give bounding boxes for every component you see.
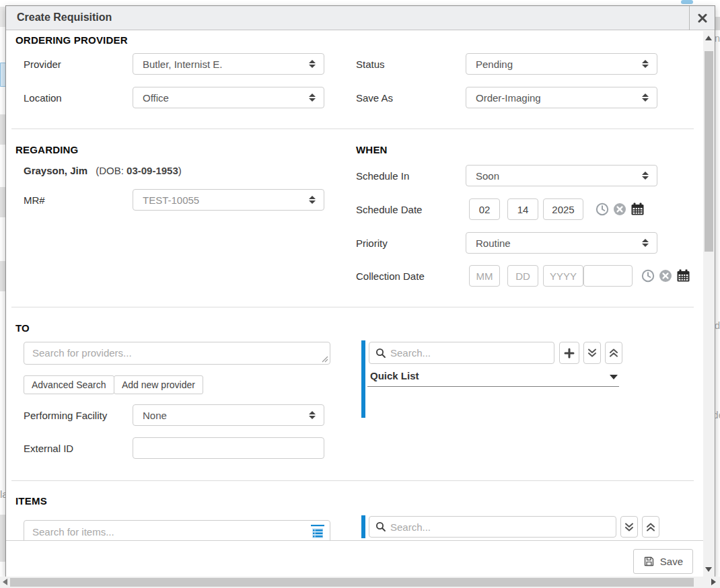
background-fragment: [0, 114, 5, 145]
collection-date-clear-icon[interactable]: [659, 269, 672, 283]
items-collapse-all-button[interactable]: [642, 516, 659, 538]
dob-value: 03-09-1953: [127, 165, 178, 176]
vertical-scrollbar-thumb[interactable]: [705, 51, 713, 252]
select-arrows-icon: [309, 94, 316, 102]
select-arrows-icon: [642, 172, 649, 180]
caret-down-icon: [610, 375, 618, 379]
provider-search-box: [24, 342, 330, 365]
schedule-date-clock-icon[interactable]: [596, 203, 609, 216]
status-label: Status: [356, 59, 385, 70]
modal-body: ORDERING PROVIDER Provider Butler, Inter…: [6, 31, 703, 540]
modal-header: Create Requisition: [6, 6, 715, 30]
select-arrows-icon: [642, 60, 649, 68]
vertical-scrollbar[interactable]: [703, 31, 715, 577]
double-chevron-down-icon: [587, 348, 597, 358]
collection-time-input[interactable]: [583, 265, 633, 287]
quick-list-label: Quick List: [370, 370, 419, 381]
horizontal-scrollbar[interactable]: [0, 577, 720, 588]
add-to-quick-list-button[interactable]: [559, 342, 579, 364]
create-requisition-modal: Create Requisition ORDERING PROVIDER Pro…: [5, 5, 715, 577]
double-chevron-up-icon: [609, 348, 618, 358]
collection-date-year-input[interactable]: [543, 265, 583, 287]
resize-handle-icon[interactable]: [322, 356, 328, 363]
modal-title: Create Requisition: [17, 11, 112, 24]
schedule-in-label: Schedule In: [356, 170, 409, 182]
collection-date-clock-icon[interactable]: [641, 269, 655, 283]
ordering-provider-heading: ORDERING PROVIDER: [15, 34, 128, 46]
collapse-all-button[interactable]: [605, 342, 622, 364]
collection-date-day-input[interactable]: [507, 265, 538, 287]
save-as-select[interactable]: Order-Imaging: [466, 87, 657, 108]
scroll-right-arrow-icon[interactable]: [711, 579, 716, 585]
schedule-date-year-input[interactable]: [543, 198, 583, 220]
to-panel-search-box: [369, 342, 554, 364]
advanced-search-button[interactable]: Advanced Search: [24, 375, 114, 394]
items-search-box: [24, 520, 330, 540]
performing-facility-select-value: None: [143, 410, 167, 421]
add-new-provider-button[interactable]: Add new provider: [114, 375, 203, 394]
collection-date-calendar-icon[interactable]: [676, 268, 690, 282]
search-icon: [375, 521, 386, 532]
background-fragment: [0, 7, 5, 27]
items-panel-search-box: [369, 516, 616, 538]
regarding-heading: REGARDING: [15, 144, 78, 155]
location-label: Location: [24, 92, 62, 104]
select-arrows-icon: [309, 60, 316, 68]
priority-select[interactable]: Routine: [466, 232, 657, 254]
select-arrows-icon: [642, 239, 649, 247]
items-expand-all-button[interactable]: [620, 516, 638, 538]
panel-accent-bar: [361, 515, 365, 538]
items-panel-search-input[interactable]: [390, 521, 616, 533]
close-icon: [698, 13, 707, 23]
search-icon: [375, 348, 386, 359]
section-divider: [11, 480, 694, 481]
status-select-value: Pending: [476, 59, 513, 70]
scroll-left-arrow-icon[interactable]: [3, 579, 7, 585]
schedule-in-select-value: Soon: [476, 170, 499, 182]
schedule-date-calendar-icon[interactable]: [631, 202, 644, 215]
schedule-in-select[interactable]: Soon: [466, 165, 657, 186]
mr-label: MR#: [24, 194, 45, 206]
section-divider: [11, 307, 694, 307]
mr-select[interactable]: TEST-10055: [133, 189, 324, 211]
background-fragment: [0, 515, 5, 562]
to-heading: TO: [15, 322, 30, 334]
item-list-icon[interactable]: [310, 524, 326, 539]
location-select[interactable]: Office: [133, 87, 324, 108]
performing-facility-select[interactable]: None: [133, 404, 324, 426]
provider-search-textarea[interactable]: [24, 342, 330, 364]
modal-footer: Save: [6, 540, 703, 577]
performing-facility-label: Performing Facility: [24, 410, 107, 421]
external-id-input[interactable]: [133, 437, 324, 459]
schedule-date-day-input[interactable]: [507, 198, 538, 220]
section-divider: [11, 128, 694, 129]
provider-label: Provider: [24, 59, 61, 70]
expand-all-button[interactable]: [583, 342, 601, 364]
double-chevron-up-icon: [646, 522, 655, 532]
priority-select-value: Routine: [476, 237, 511, 249]
plus-icon: [564, 348, 575, 359]
double-chevron-down-icon: [624, 522, 634, 532]
dob-prefix: (DOB:: [96, 165, 127, 176]
provider-select[interactable]: Butler, Internist E.: [133, 53, 324, 75]
quick-list-dropdown[interactable]: Quick List: [367, 370, 619, 386]
schedule-date-clear-icon[interactable]: [613, 203, 626, 216]
schedule-date-label: Schedule Date: [356, 204, 422, 215]
scroll-down-arrow-icon[interactable]: [705, 567, 712, 572]
status-select[interactable]: Pending: [466, 53, 657, 75]
close-button[interactable]: [689, 6, 715, 30]
background-fragment: [715, 17, 720, 30]
provider-select-value: Butler, Internist E.: [143, 59, 222, 70]
schedule-date-month-input[interactable]: [469, 198, 500, 220]
save-button[interactable]: Save: [633, 549, 693, 574]
scroll-up-arrow-icon[interactable]: [705, 36, 712, 40]
to-panel-search-input[interactable]: [390, 347, 554, 359]
collection-date-month-input[interactable]: [469, 265, 500, 287]
mr-select-value: TEST-10055: [143, 194, 199, 206]
when-heading: WHEN: [356, 144, 388, 155]
background-fragment: [0, 261, 5, 291]
dob-suffix: ): [178, 165, 182, 176]
horizontal-scrollbar-thumb[interactable]: [10, 578, 694, 587]
priority-label: Priority: [356, 237, 388, 249]
items-search-input[interactable]: [32, 526, 310, 538]
